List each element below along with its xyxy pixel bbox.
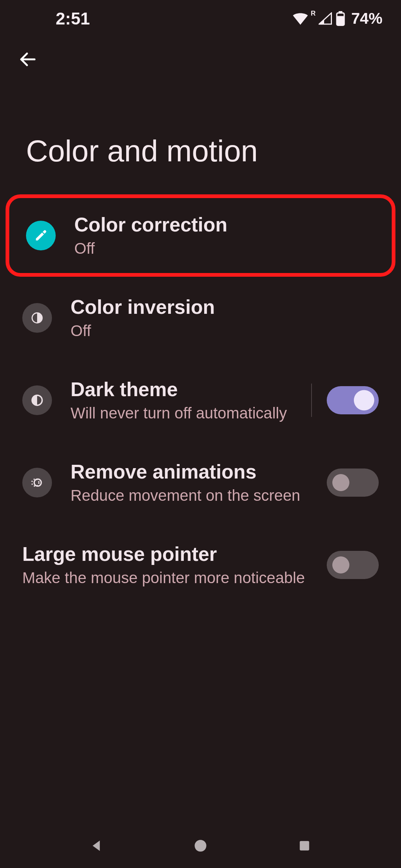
dark-mode-icon xyxy=(22,385,52,415)
status-bar: 2:51 R 74% xyxy=(0,0,401,37)
contrast-icon xyxy=(22,303,52,333)
setting-subtitle: Off xyxy=(71,321,371,341)
setting-subtitle: Make the mouse pointer more noticeable xyxy=(22,568,319,588)
setting-subtitle: Reduce movement on the screen xyxy=(71,486,319,506)
large-mouse-pointer-toggle[interactable] xyxy=(327,551,379,579)
arrow-left-icon xyxy=(18,49,38,69)
toggle-knob xyxy=(332,556,349,573)
nav-triangle-icon xyxy=(89,838,104,854)
roaming-indicator: R xyxy=(311,10,316,17)
setting-dark-theme[interactable]: Dark theme Will never turn off automatic… xyxy=(0,359,401,441)
setting-remove-animations[interactable]: Remove animations Reduce movement on the… xyxy=(0,441,401,524)
signal-icon xyxy=(319,12,332,25)
divider xyxy=(311,384,312,417)
settings-list: Color correction Off Color inversion Off xyxy=(0,194,401,606)
setting-subtitle: Will never turn off automatically xyxy=(71,404,304,423)
navigation-bar xyxy=(0,823,401,868)
setting-title: Dark theme xyxy=(71,378,304,401)
nav-home-button[interactable] xyxy=(189,835,212,857)
svg-rect-8 xyxy=(300,841,309,850)
setting-color-inversion[interactable]: Color inversion Off xyxy=(0,277,401,359)
setting-color-correction[interactable]: Color correction Off xyxy=(6,194,395,277)
nav-recent-button[interactable] xyxy=(293,835,316,857)
svg-rect-2 xyxy=(337,16,344,25)
setting-title: Color correction xyxy=(74,213,368,237)
status-time: 2:51 xyxy=(56,9,90,29)
toggle-knob xyxy=(332,474,349,491)
page-title: Color and motion xyxy=(0,82,401,194)
svg-point-5 xyxy=(34,479,41,486)
remove-animations-toggle[interactable] xyxy=(327,468,379,497)
setting-title: Color inversion xyxy=(71,295,371,319)
nav-square-icon xyxy=(297,839,312,853)
nav-circle-icon xyxy=(193,838,208,854)
eyedropper-icon xyxy=(26,221,56,250)
svg-point-7 xyxy=(195,840,206,852)
status-right: R 74% xyxy=(293,10,382,27)
toggle-knob xyxy=(354,390,374,411)
dark-theme-toggle[interactable] xyxy=(327,386,379,414)
nav-back-button[interactable] xyxy=(85,835,108,857)
status-battery: 74% xyxy=(351,10,382,27)
animation-icon xyxy=(22,468,52,497)
setting-title: Remove animations xyxy=(71,460,319,484)
setting-title: Large mouse pointer xyxy=(22,542,319,566)
setting-subtitle: Off xyxy=(74,239,368,259)
wifi-icon xyxy=(293,12,308,25)
setting-large-mouse-pointer[interactable]: Large mouse pointer Make the mouse point… xyxy=(0,524,401,606)
back-button[interactable] xyxy=(15,46,41,72)
battery-icon xyxy=(336,11,345,26)
